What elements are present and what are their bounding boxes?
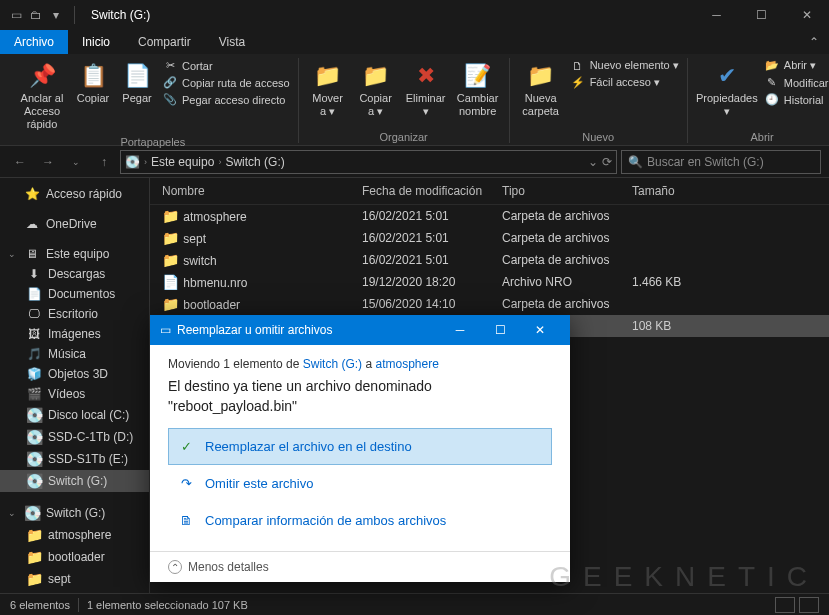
- sidebar-ssd-e[interactable]: SSD-S1Tb (E:): [0, 448, 149, 470]
- skip-icon: ↷: [177, 476, 195, 491]
- file-type: Carpeta de archivos: [502, 209, 632, 223]
- nav-up-button[interactable]: ↑: [92, 150, 116, 174]
- sidebar-downloads[interactable]: ⬇Descargas: [0, 264, 149, 284]
- tab-inicio[interactable]: Inicio: [68, 30, 124, 54]
- sidebar-desktop[interactable]: 🖵Escritorio: [0, 304, 149, 324]
- file-name: atmosphere: [183, 210, 246, 224]
- sidebar-3dobjects[interactable]: 🧊Objetos 3D: [0, 364, 149, 384]
- file-row[interactable]: atmosphere16/02/2021 5:01Carpeta de arch…: [150, 205, 829, 227]
- videos-icon: 🎬: [26, 387, 42, 401]
- col-name[interactable]: Nombre: [162, 184, 362, 198]
- folder-icon: [162, 252, 180, 268]
- col-type[interactable]: Tipo: [502, 184, 632, 198]
- drive-icon: [24, 505, 40, 521]
- open-button[interactable]: 📂Abrir ▾: [762, 58, 829, 73]
- tab-compartir[interactable]: Compartir: [124, 30, 205, 54]
- nav-forward-button[interactable]: →: [36, 150, 60, 174]
- sidebar-quick-access[interactable]: ⭐Acceso rápido: [0, 184, 149, 204]
- qat-down-icon[interactable]: ▾: [48, 7, 64, 23]
- file-row[interactable]: sept16/02/2021 5:01Carpeta de archivos: [150, 227, 829, 249]
- group-new-label: Nuevo: [582, 131, 614, 143]
- paste-button[interactable]: 📄Pegar: [116, 58, 158, 107]
- ribbon-collapse-icon[interactable]: ⌃: [799, 30, 829, 54]
- dialog-close-button[interactable]: ✕: [520, 315, 560, 345]
- rename-button[interactable]: 📝Cambiar nombre: [453, 58, 503, 120]
- chevron-icon[interactable]: ›: [144, 157, 147, 167]
- newitem-button[interactable]: 🗋Nuevo elemento ▾: [568, 58, 681, 73]
- dialog-minimize-button[interactable]: ─: [440, 315, 480, 345]
- copyto-button[interactable]: 📁Copiar a ▾: [353, 58, 399, 120]
- desktop-icon: 🖵: [26, 307, 42, 321]
- cut-icon: ✂: [162, 59, 178, 72]
- crumb-drive[interactable]: Switch (G:): [225, 155, 284, 169]
- col-size[interactable]: Tamaño: [632, 184, 712, 198]
- refresh-icon[interactable]: ⟳: [602, 155, 612, 169]
- sidebar-local-c[interactable]: Disco local (C:): [0, 404, 149, 426]
- maximize-button[interactable]: ☐: [739, 0, 784, 30]
- group-open-label: Abrir: [750, 131, 773, 143]
- minimize-button[interactable]: ─: [694, 0, 739, 30]
- close-button[interactable]: ✕: [784, 0, 829, 30]
- delete-button[interactable]: ✖Eliminar ▾: [401, 58, 451, 120]
- easyaccess-button[interactable]: ⚡Fácil acceso ▾: [568, 75, 681, 90]
- dialog-less-details[interactable]: Menos detalles: [188, 560, 269, 574]
- dialog-option-skip[interactable]: ↷ Omitir este archivo: [168, 465, 552, 502]
- sidebar-bootloader[interactable]: bootloader: [0, 546, 149, 568]
- pin-button[interactable]: 📌Anclar al Acceso rápido: [14, 58, 70, 134]
- tab-archivo[interactable]: Archivo: [0, 30, 68, 54]
- collapse-icon[interactable]: ⌃: [168, 560, 182, 574]
- dialog-option-replace[interactable]: ✓ Reemplazar el archivo en el destino: [168, 428, 552, 465]
- app-icon: ▭: [8, 7, 24, 23]
- copy-icon: 📋: [80, 60, 107, 92]
- file-row[interactable]: hbmenu.nro19/12/2020 18:20Archivo NRO1.4…: [150, 271, 829, 293]
- dialog-maximize-button[interactable]: ☐: [480, 315, 520, 345]
- navbar: ← → ⌄ ↑ 💽 › Este equipo › Switch (G:) ⌄ …: [0, 146, 829, 178]
- sidebar-documents[interactable]: 📄Documentos: [0, 284, 149, 304]
- dialog-source-link[interactable]: Switch (G:): [303, 357, 362, 371]
- sidebar-images[interactable]: 🖼Imágenes: [0, 324, 149, 344]
- folder-icon: [162, 230, 180, 246]
- copypath-button[interactable]: 🔗Copiar ruta de acceso: [160, 75, 292, 90]
- properties-icon: ✔: [718, 60, 736, 92]
- folder-icon: [26, 527, 42, 543]
- sidebar-thispc[interactable]: ⌄🖥Este equipo: [0, 244, 149, 264]
- properties-button[interactable]: ✔Propiedades ▾: [694, 58, 760, 120]
- file-row[interactable]: bootloader15/06/2020 14:10Carpeta de arc…: [150, 293, 829, 315]
- sidebar-onedrive[interactable]: ☁OneDrive: [0, 214, 149, 234]
- file-name: sept: [183, 232, 206, 246]
- dialog-option-compare[interactable]: 🗎 Comparar información de ambos archivos: [168, 502, 552, 539]
- nav-back-button[interactable]: ←: [8, 150, 32, 174]
- sidebar-sept[interactable]: sept: [0, 568, 149, 590]
- chevron-icon[interactable]: ›: [218, 157, 221, 167]
- addr-dropdown-icon[interactable]: ⌄: [588, 155, 598, 169]
- view-details-button[interactable]: [775, 597, 795, 613]
- file-row[interactable]: switch16/02/2021 5:01Carpeta de archivos: [150, 249, 829, 271]
- folder-icon: [26, 571, 42, 587]
- view-icons-button[interactable]: [799, 597, 819, 613]
- crumb-thispc[interactable]: Este equipo: [151, 155, 214, 169]
- sidebar-switch-g[interactable]: Switch (G:): [0, 470, 149, 492]
- modify-button[interactable]: ✎Modificar: [762, 75, 829, 90]
- drive-icon: [26, 407, 42, 423]
- sidebar-switch-g2[interactable]: ⌄Switch (G:): [0, 502, 149, 524]
- history-button[interactable]: 🕘Historial: [762, 92, 829, 107]
- addressbar[interactable]: 💽 › Este equipo › Switch (G:) ⌄ ⟳: [120, 150, 617, 174]
- file-size: 1.466 KB: [632, 275, 712, 289]
- sidebar-ssd-d[interactable]: SSD-C-1Tb (D:): [0, 426, 149, 448]
- pasteshortcut-button[interactable]: 📎Pegar acceso directo: [160, 92, 292, 107]
- sidebar-videos[interactable]: 🎬Vídeos: [0, 384, 149, 404]
- moveto-button[interactable]: 📁Mover a ▾: [305, 58, 351, 120]
- dialog-dest-link[interactable]: atmosphere: [375, 357, 438, 371]
- tab-vista[interactable]: Vista: [205, 30, 259, 54]
- sidebar-atmosphere[interactable]: atmosphere: [0, 524, 149, 546]
- sidebar-music[interactable]: 🎵Música: [0, 344, 149, 364]
- search-input[interactable]: 🔍 Buscar en Switch (G:): [621, 150, 821, 174]
- col-date[interactable]: Fecha de modificación: [362, 184, 502, 198]
- qat-folder-icon[interactable]: 🗀: [28, 7, 44, 23]
- modify-icon: ✎: [764, 76, 780, 89]
- nav-recent-button[interactable]: ⌄: [64, 150, 88, 174]
- cut-button[interactable]: ✂Cortar: [160, 58, 292, 73]
- copy-button[interactable]: 📋Copiar: [72, 58, 114, 107]
- newfolder-button[interactable]: 📁Nueva carpeta: [516, 58, 566, 120]
- copypath-icon: 🔗: [162, 76, 178, 89]
